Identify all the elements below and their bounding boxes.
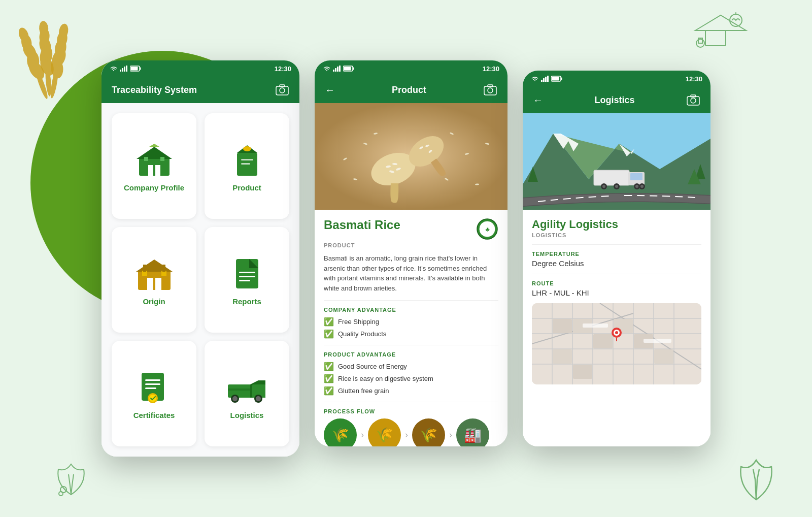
process-flow: 🌾 › 🌾 › 🌾 › 🏭: [324, 418, 498, 446]
logistics-company-name: Agility Logistics: [532, 218, 701, 231]
svg-rect-69: [228, 384, 252, 398]
logistics-icon: [227, 370, 267, 406]
svg-rect-34: [131, 67, 138, 71]
advantage-gluten: ✅ Glutten free grain: [324, 386, 498, 396]
menu-item-product[interactable]: Product: [205, 113, 289, 219]
camera-icon-1[interactable]: [275, 83, 289, 97]
app-header-1: Traceability System: [101, 77, 299, 103]
menu-label-company-profile: Company Profile: [124, 183, 184, 192]
menu-item-origin[interactable]: Origin: [112, 227, 196, 333]
svg-rect-28: [120, 70, 121, 72]
process-arrow-3: ›: [449, 418, 452, 446]
svg-rect-167: [644, 339, 671, 343]
svg-rect-80: [339, 66, 341, 72]
menu-item-logistics[interactable]: Logistics: [205, 341, 289, 446]
product-name: Basmati Rice: [324, 218, 400, 232]
svg-rect-125: [594, 170, 629, 185]
svg-rect-62: [239, 280, 250, 281]
back-button-3[interactable]: ←: [533, 94, 543, 106]
logistics-type: LOGISTICS: [532, 232, 701, 238]
status-bar-2: 12:30: [315, 60, 507, 77]
check-icon-5: ✅: [324, 386, 334, 396]
reports-icon: [227, 256, 267, 292]
menu-label-reports: Reports: [232, 297, 261, 306]
svg-rect-37: [280, 85, 285, 87]
menu-label-product: Product: [232, 183, 261, 192]
farm-decoration: [690, 10, 751, 58]
advantage-label-5: Glutten free grain: [338, 387, 389, 395]
svg-point-73: [232, 396, 238, 401]
back-button-2[interactable]: ←: [325, 84, 335, 96]
svg-rect-154: [553, 319, 572, 333]
advantage-free-shipping: ✅ Free Shipping: [324, 317, 498, 327]
advantage-digestive: ✅ Rice is easy on digestive system: [324, 374, 498, 383]
svg-rect-33: [140, 68, 141, 70]
svg-rect-60: [239, 272, 255, 273]
menu-item-company-profile[interactable]: Company Profile: [112, 113, 196, 219]
divider-l2: [532, 274, 701, 274]
svg-rect-41: [155, 165, 160, 176]
divider-3: [324, 402, 498, 402]
menu-label-certificates: Certificates: [133, 411, 175, 419]
svg-rect-66: [145, 387, 156, 389]
product-title-row: Basmati Rice ☘: [324, 218, 498, 240]
menu-label-origin: Origin: [143, 297, 165, 306]
svg-point-132: [615, 185, 618, 188]
time-1: 12:30: [275, 65, 291, 73]
process-arrow-2: ›: [405, 418, 408, 446]
menu-grid: Company Profile Product: [101, 103, 299, 457]
status-icons-2: [323, 66, 354, 72]
map-container: [532, 303, 701, 384]
svg-marker-44: [149, 144, 159, 147]
svg-rect-160: [553, 349, 572, 364]
svg-point-136: [640, 185, 644, 188]
svg-rect-161: [573, 365, 592, 379]
certificates-icon: [134, 370, 175, 406]
svg-rect-113: [547, 76, 549, 82]
status-bar-1: 12:30: [101, 60, 299, 77]
svg-point-75: [256, 396, 261, 401]
advantage-label-3: Good Source of Energy: [338, 363, 407, 370]
product-description: Basmati is an aromatic, long grain rice …: [324, 253, 498, 293]
advantage-label-4: Rice is easy on digestive system: [338, 375, 433, 382]
app-title-1: Traceability System: [112, 85, 197, 95]
company-profile-icon: [134, 143, 175, 178]
process-flow-label: PROCESS FLOW: [324, 408, 498, 414]
logistics-content: Agility Logistics LOGISTICS TEMPERATURE …: [523, 210, 710, 446]
status-bar-3: 12:30: [523, 71, 710, 87]
svg-rect-38: [139, 158, 170, 176]
svg-rect-76: [228, 389, 250, 391]
svg-point-118: [691, 98, 696, 103]
svg-rect-159: [654, 349, 673, 364]
svg-rect-82: [353, 68, 354, 70]
svg-point-164: [615, 331, 618, 334]
svg-rect-128: [630, 173, 642, 180]
svg-rect-48: [241, 159, 253, 160]
app-header-2: ← Product: [315, 77, 507, 103]
svg-rect-30: [124, 67, 125, 72]
process-arrow-1: ›: [361, 418, 364, 446]
camera-icon-2[interactable]: [483, 83, 497, 97]
menu-item-certificates[interactable]: Certificates: [112, 341, 196, 446]
svg-text:☘: ☘: [485, 227, 490, 233]
phone-traceability: 12:30 Traceability System: [101, 60, 299, 457]
divider-2: [324, 345, 498, 345]
svg-rect-29: [122, 68, 123, 72]
svg-rect-42: [144, 157, 148, 161]
camera-icon-3[interactable]: [686, 93, 700, 107]
process-item-2: 🌾: [368, 418, 401, 446]
svg-point-36: [280, 88, 285, 93]
advantage-quality-products: ✅ Quality Products: [324, 329, 498, 339]
menu-label-logistics: Logistics: [230, 411, 264, 419]
svg-rect-65: [145, 383, 160, 385]
menu-item-reports[interactable]: Reports: [205, 227, 289, 333]
product-badge: ☘: [476, 218, 498, 240]
product-type: PRODUCT: [324, 242, 498, 248]
app-header-3: ← Logistics: [523, 87, 710, 113]
time-2: 12:30: [483, 65, 499, 73]
svg-rect-40: [148, 165, 153, 176]
advantage-label-2: Quality Products: [338, 330, 386, 338]
process-item-4: 🏭: [456, 418, 489, 446]
app-title-3: Logistics: [594, 95, 634, 106]
svg-rect-140: [532, 303, 701, 384]
